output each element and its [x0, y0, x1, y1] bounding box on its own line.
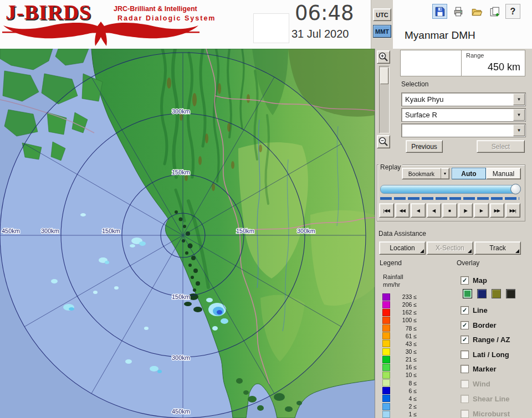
product-dropdown[interactable]: Surface R ▼ [401, 108, 526, 122]
station-dropdown-value: Kyauk Phyu [405, 95, 443, 104]
bookmark-label: Bookmark [402, 171, 441, 177]
overlay-item-line[interactable]: ✓Line [461, 305, 488, 315]
replay-timeline-slider[interactable] [380, 185, 520, 194]
product-dropdown-value: Surface R [405, 111, 437, 119]
map-color-swatch-1[interactable] [477, 289, 487, 298]
chevron-down-icon[interactable]: ▼ [513, 125, 525, 136]
radar-map[interactable]: 450km 300km 150km 150km 300km 300km 150k… [0, 49, 375, 418]
station-dropdown[interactable]: Kyauk Phyu ▼ [401, 92, 526, 106]
zoom-out-button[interactable] [377, 135, 390, 148]
checkbox[interactable] [461, 350, 469, 359]
replay-slider-handle[interactable] [510, 184, 521, 194]
overlay-item-label: Map [473, 276, 487, 285]
open-folder-icon[interactable] [469, 4, 484, 19]
checkbox[interactable] [461, 395, 469, 403]
zoom-in-button[interactable] [377, 50, 390, 64]
overlay-item-shear-line[interactable]: Shear Line [461, 394, 509, 404]
save-icon[interactable] [432, 4, 447, 19]
checkbox[interactable] [461, 365, 469, 373]
range-display: Range 450 km [400, 50, 525, 76]
legend-threshold-value: 2 ≤ [390, 403, 417, 410]
bookmark-button[interactable]: Bookmark ▼ [402, 168, 449, 179]
map-color-swatches [463, 289, 515, 298]
overlay-item-marker[interactable]: Marker [461, 364, 497, 374]
legend-color-swatch [382, 348, 390, 355]
legend-entry: 233 ≤ [382, 293, 417, 301]
legend-threshold-value: 4 ≤ [390, 395, 417, 402]
track-button[interactable]: Track [474, 241, 521, 255]
skip-to-start-button[interactable]: |◀◀ [379, 203, 394, 218]
overlay-item-wind[interactable]: Wind [461, 379, 490, 389]
overlay-item-microburst[interactable]: Microburst [461, 409, 510, 418]
svg-text:150km: 150km [236, 228, 254, 234]
step-back-button[interactable]: ◀| [427, 203, 442, 218]
zoom-slider-thumb[interactable] [380, 68, 388, 84]
zoom-slider-track[interactable] [379, 66, 390, 133]
legend-color-swatch [382, 356, 390, 363]
fast-forward-button[interactable]: ▶▶ [490, 203, 505, 218]
overlay-item-map[interactable]: ✓Map [461, 275, 487, 285]
legend-entry: 162 ≤ [382, 308, 417, 316]
overlay-item-range-az[interactable]: ✓Range / AZ [461, 334, 510, 344]
stop-button[interactable]: ■ [442, 203, 457, 218]
checkbox[interactable]: ✓ [461, 336, 469, 344]
select-button[interactable]: Select [477, 140, 525, 153]
chevron-down-icon[interactable]: ▼ [513, 109, 525, 121]
mmt-button[interactable]: MMT [373, 25, 391, 38]
option-dropdown[interactable]: ▼ [401, 123, 526, 137]
legend-threshold-value: 61 ≤ [390, 333, 417, 339]
legend-color-swatch [382, 301, 390, 308]
checkbox[interactable]: ✓ [461, 321, 469, 329]
location-button[interactable]: Location [379, 241, 426, 255]
x-section-button[interactable]: X-Section [427, 241, 473, 255]
svg-text:450km: 450km [172, 408, 190, 415]
svg-text:300km: 300km [297, 228, 315, 234]
svg-text:150km: 150km [172, 293, 190, 300]
print-icon[interactable] [451, 4, 466, 19]
toolbar: ? [432, 4, 520, 19]
map-color-swatch-3[interactable] [506, 289, 515, 298]
auto-mode-button[interactable]: Auto [452, 168, 486, 179]
legend-entry: 78 ≤ [382, 324, 417, 332]
legend-quantity-label: Rainfall [383, 273, 403, 280]
checkbox[interactable] [461, 380, 469, 388]
export-image-icon[interactable] [487, 4, 502, 19]
play-button[interactable]: ▶ [474, 203, 489, 218]
map-color-swatch-0[interactable] [463, 289, 472, 298]
checkbox[interactable]: ✓ [461, 276, 469, 285]
help-icon[interactable]: ? [505, 4, 520, 19]
legend-threshold-value: 8 ≤ [390, 380, 417, 386]
fast-rewind-button[interactable]: ◀◀ [395, 203, 410, 218]
checkbox[interactable]: ✓ [461, 306, 469, 314]
chevron-down-icon[interactable]: ▼ [441, 168, 449, 179]
range-value: 450 km [488, 61, 520, 73]
overlay-item-lati-long[interactable]: Lati / Long [461, 349, 509, 359]
map-color-swatch-2[interactable] [492, 289, 501, 298]
legend-color-swatch [382, 371, 390, 379]
logo-subtitle-1: JRC-Brilliant & Intelligent [114, 5, 197, 13]
utc-button[interactable]: UTC [373, 8, 391, 21]
skip-to-end-button[interactable]: ▶▶| [505, 203, 520, 218]
legend-entry: 206 ≤ [382, 301, 417, 308]
manual-mode-button[interactable]: Manual [486, 168, 521, 179]
step-forward-button[interactable]: |▶ [458, 203, 473, 218]
range-label: Range [466, 52, 484, 59]
legend-color-swatch [382, 340, 390, 347]
play-reverse-button[interactable]: ◀ [411, 203, 426, 218]
chevron-down-icon[interactable]: ▼ [513, 94, 525, 105]
overlay-item-label: Wind [473, 380, 490, 388]
legend-threshold-value: 21 ≤ [390, 356, 417, 363]
legend-entry: 6 ≤ [382, 387, 417, 395]
printer-icon [453, 6, 464, 17]
svg-text:300km: 300km [41, 228, 59, 234]
legend-threshold-value: 6 ≤ [390, 388, 417, 394]
folder-icon [471, 6, 482, 17]
eagle-logo-icon [2, 20, 200, 48]
range-box: Range 450 km [461, 50, 525, 76]
previous-button[interactable]: Previous [406, 140, 443, 153]
legend-title: Legend [380, 259, 402, 267]
overlay-item-border[interactable]: ✓Border [461, 320, 497, 330]
checkbox[interactable] [461, 410, 469, 418]
floppy-disk-icon [434, 6, 446, 17]
legend-threshold-value: 233 ≤ [390, 293, 417, 300]
